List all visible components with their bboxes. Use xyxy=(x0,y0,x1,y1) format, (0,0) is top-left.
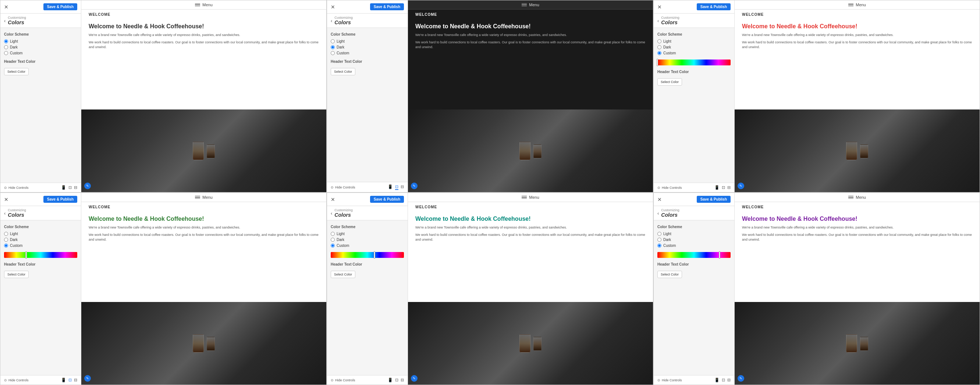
close-button[interactable]: ✕ xyxy=(657,196,662,203)
radio-dark[interactable] xyxy=(657,45,662,49)
radio-dark[interactable] xyxy=(657,238,662,242)
back-arrow-icon[interactable]: ‹ xyxy=(657,211,659,216)
back-arrow-icon[interactable]: ‹ xyxy=(4,18,6,24)
radio-item-light[interactable]: Light xyxy=(4,232,77,236)
hide-controls-area[interactable]: ⊙ Hide Controls xyxy=(4,186,29,190)
hide-controls-area[interactable]: ⊙ Hide Controls xyxy=(4,379,29,382)
phone-icon[interactable]: 📱 xyxy=(388,184,393,190)
hide-controls-area[interactable]: ⊙ Hide Controls xyxy=(331,185,355,189)
radio-item-light[interactable]: Light xyxy=(657,232,730,236)
save-publish-button[interactable]: Save & Publish xyxy=(370,196,404,203)
edit-icon-circle[interactable]: ✎ xyxy=(411,375,418,382)
radio-item-custom[interactable]: Custom xyxy=(657,244,730,247)
radio-item-dark[interactable]: Dark xyxy=(4,238,77,242)
color-strip-container[interactable] xyxy=(657,252,730,258)
back-arrow-icon[interactable]: ‹ xyxy=(4,211,6,216)
radio-item-custom[interactable]: Custom xyxy=(4,244,77,247)
close-button[interactable]: ✕ xyxy=(4,196,8,203)
color-strip[interactable] xyxy=(657,252,730,258)
edit-icon-circle[interactable]: ✎ xyxy=(411,182,418,189)
radio-item-custom[interactable]: Custom xyxy=(4,51,77,55)
save-publish-button[interactable]: Save & Publish xyxy=(697,196,730,203)
radio-custom[interactable] xyxy=(331,51,335,55)
radio-label-custom: Custom xyxy=(663,244,676,247)
hide-controls-area[interactable]: ⊙ Hide Controls xyxy=(331,379,355,382)
radio-light[interactable] xyxy=(4,39,8,43)
radio-dark[interactable] xyxy=(4,45,8,49)
radio-label-dark: Dark xyxy=(10,238,18,242)
radio-dark[interactable] xyxy=(331,45,335,49)
select-color-button[interactable]: Select Color xyxy=(657,78,682,86)
close-button[interactable]: ✕ xyxy=(657,4,662,10)
radio-item-light[interactable]: Light xyxy=(4,39,77,43)
tablet-icon[interactable]: ⊡ xyxy=(395,378,398,382)
desktop-icon[interactable]: ⊟ xyxy=(401,378,404,382)
phone-icon[interactable]: 📱 xyxy=(61,378,66,382)
radio-light[interactable] xyxy=(657,39,662,43)
radio-item-dark[interactable]: Dark xyxy=(657,238,730,242)
radio-item-custom[interactable]: Custom xyxy=(657,51,730,55)
save-publish-button[interactable]: Save & Publish xyxy=(697,3,730,10)
desktop-icon[interactable]: ⊟ xyxy=(727,378,730,382)
phone-icon[interactable]: 📱 xyxy=(714,378,719,382)
radio-custom[interactable] xyxy=(4,244,8,247)
radio-custom[interactable] xyxy=(331,244,335,247)
color-strip-container[interactable] xyxy=(4,252,77,258)
select-color-button[interactable]: Select Color xyxy=(4,68,29,75)
radio-light[interactable] xyxy=(4,232,8,236)
radio-item-dark[interactable]: Dark xyxy=(331,45,404,49)
select-color-button[interactable]: Select Color xyxy=(331,271,355,278)
hide-controls-area[interactable]: ⊙ Hide Controls xyxy=(657,379,682,382)
radio-custom[interactable] xyxy=(657,51,662,55)
radio-item-light[interactable]: Light xyxy=(331,232,404,236)
radio-dark[interactable] xyxy=(4,238,8,242)
back-arrow-icon[interactable]: ‹ xyxy=(331,211,332,216)
radio-light[interactable] xyxy=(331,232,335,236)
color-strip[interactable] xyxy=(657,60,730,65)
back-arrow-icon[interactable]: ‹ xyxy=(331,18,332,24)
desktop-icon[interactable]: ⊟ xyxy=(401,184,404,190)
back-arrow-icon[interactable]: ‹ xyxy=(657,18,659,24)
phone-icon[interactable]: 📱 xyxy=(388,378,393,382)
select-color-button[interactable]: Select Color xyxy=(331,68,355,75)
radio-dark[interactable] xyxy=(331,238,335,242)
edit-icon-circle[interactable]: ✎ xyxy=(84,182,91,189)
tablet-icon[interactable]: ⊡ xyxy=(722,378,725,382)
desktop-icon[interactable]: ⊟ xyxy=(727,185,730,190)
phone-icon[interactable]: 📱 xyxy=(714,185,719,190)
select-color-button[interactable]: Select Color xyxy=(657,271,682,278)
save-publish-button[interactable]: Save & Publish xyxy=(370,3,404,10)
select-color-button[interactable]: Select Color xyxy=(4,271,29,278)
close-button[interactable]: ✕ xyxy=(331,4,335,10)
desktop-icon[interactable]: ⊟ xyxy=(74,185,77,190)
close-button[interactable]: ✕ xyxy=(331,196,335,203)
tablet-icon[interactable]: ⊡ xyxy=(395,184,398,190)
edit-icon-circle[interactable]: ✎ xyxy=(738,182,744,189)
hide-controls-area[interactable]: ⊙ Hide Controls xyxy=(657,186,682,190)
tablet-icon[interactable]: ⊡ xyxy=(68,378,72,382)
radio-item-light[interactable]: Light xyxy=(657,39,730,43)
tablet-icon[interactable]: ⊡ xyxy=(722,185,725,190)
radio-item-custom[interactable]: Custom xyxy=(331,51,404,55)
radio-custom[interactable] xyxy=(657,244,662,247)
radio-item-custom[interactable]: Custom xyxy=(331,244,404,247)
desktop-icon[interactable]: ⊟ xyxy=(74,378,77,382)
radio-custom[interactable] xyxy=(4,51,8,55)
radio-item-dark[interactable]: Dark xyxy=(4,45,77,49)
color-strip[interactable] xyxy=(4,252,77,258)
close-button[interactable]: ✕ xyxy=(4,4,8,10)
radio-item-dark[interactable]: Dark xyxy=(657,45,730,49)
tablet-icon[interactable]: ⊡ xyxy=(68,185,72,190)
radio-item-light[interactable]: Light xyxy=(331,39,404,43)
phone-icon[interactable]: 📱 xyxy=(61,185,66,190)
radio-light[interactable] xyxy=(657,232,662,236)
edit-icon-circle[interactable]: ✎ xyxy=(84,375,91,382)
edit-icon-circle[interactable]: ✎ xyxy=(738,375,744,382)
color-strip-container[interactable] xyxy=(331,252,404,258)
radio-item-dark[interactable]: Dark xyxy=(331,238,404,242)
color-strip-container[interactable] xyxy=(657,60,730,65)
radio-light[interactable] xyxy=(331,39,335,43)
save-publish-button[interactable]: Save & Publish xyxy=(43,196,77,203)
save-publish-button[interactable]: Save & Publish xyxy=(43,3,77,10)
color-strip[interactable] xyxy=(331,252,404,258)
